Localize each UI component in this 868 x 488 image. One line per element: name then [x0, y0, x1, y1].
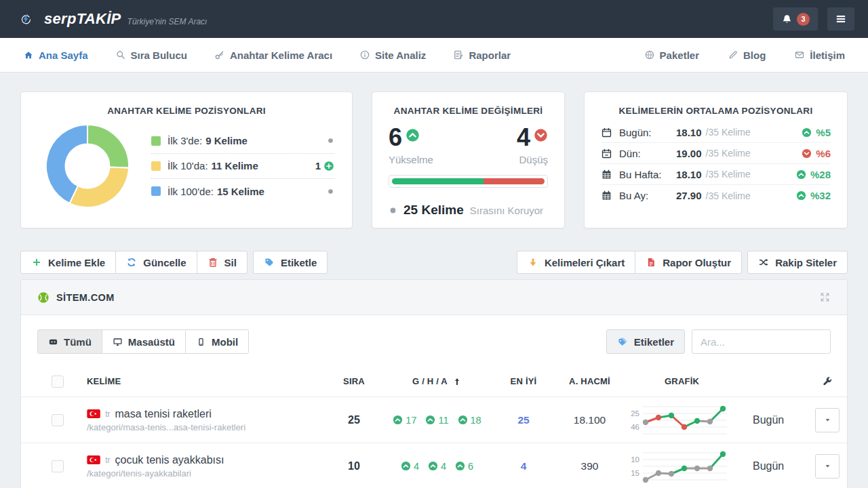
add-keyword-button[interactable]: Kelime Ekle	[20, 251, 116, 274]
rank-sparkline-chart: 2546	[625, 402, 730, 439]
rising-stat: 6	[389, 127, 420, 148]
country-code: tr	[105, 409, 110, 419]
country-code: tr	[105, 455, 110, 465]
brand-tagline: Türkiye'nin SEM Aracı	[127, 17, 208, 26]
rising-label: Yükselme	[389, 154, 433, 165]
key-icon	[214, 49, 225, 60]
row-dropdown-button[interactable]	[815, 454, 840, 479]
keyword-text[interactable]: masa tenisi raketleri	[115, 408, 211, 420]
tag-button[interactable]: Etiketle	[253, 251, 328, 274]
tab-tumu[interactable]: Tümü	[37, 329, 102, 354]
nav-item-ana-sayfa[interactable]: Ana Sayfa	[23, 49, 88, 61]
all-devices-icon	[48, 337, 58, 347]
nav-item-site-analiz[interactable]: Site Analiz	[359, 49, 426, 61]
search-volume: 18.100	[574, 414, 606, 426]
chevron-up-circle-icon	[796, 190, 806, 201]
steady-dot-icon	[327, 137, 334, 144]
phone-icon	[196, 337, 206, 347]
table-header: KELİME SIRA G / H / A EN İYİ A. HACMİ GR…	[21, 366, 847, 397]
chevron-up-circle-icon	[796, 169, 806, 180]
nav-item-blog[interactable]: Blog	[728, 49, 766, 61]
card-title: KELİMELERİN ORTALAMA POZİSYONLARI	[601, 92, 831, 116]
tab-masaustu[interactable]: Masaüstü	[102, 329, 186, 354]
logo-bolt-icon	[14, 7, 38, 31]
tags-icon	[617, 336, 628, 347]
legend-change-value: 1	[315, 160, 321, 171]
avg-row-bu-ay: Bu Ay: 27.90 /35 Kelime %32	[601, 185, 831, 206]
percent-change: %5	[816, 127, 831, 138]
tags-filter-button[interactable]: Etiketler	[606, 329, 685, 354]
flag-tr-icon	[87, 455, 100, 464]
menu-bars-icon	[835, 13, 847, 25]
col-graph: GRAFİK	[625, 376, 747, 386]
plus-icon	[31, 257, 42, 268]
nav-item-raporlar[interactable]: Raporlar	[453, 49, 511, 61]
expand-panel-button[interactable]	[819, 291, 831, 303]
calendar-icon	[601, 190, 612, 201]
keyword-url: /kategori/tenis-ayakkabilari	[87, 468, 327, 479]
chevron-up-circle-icon	[802, 127, 812, 138]
chevron-up-circle-icon	[428, 461, 438, 471]
device-tabs: Tümü Masaüstü Mobil	[37, 329, 249, 354]
notifications-button[interactable]: 3	[773, 7, 818, 30]
update-button[interactable]: Güncelle	[115, 251, 197, 274]
nav-item-sira-bulucu[interactable]: Sıra Bulucu	[115, 49, 187, 61]
package-icon	[644, 49, 655, 60]
gha-cell: 4 4 6	[401, 461, 473, 472]
falling-label: Düşüş	[519, 154, 548, 165]
nav-item-paketler[interactable]: Paketler	[644, 49, 699, 61]
avg-row-bu-hafta: Bu Hafta: 18.10 /35 Kelime %28	[601, 164, 831, 185]
chevron-up-circle-icon	[455, 461, 465, 471]
row-checkbox[interactable]	[52, 414, 64, 426]
search-icon	[115, 49, 126, 60]
period-label: Bugün	[747, 414, 808, 426]
col-volume: A. HACMİ	[569, 376, 610, 386]
tab-mobil[interactable]: Mobil	[185, 329, 249, 354]
table-settings-wrench-icon[interactable]	[822, 376, 833, 387]
create-report-button[interactable]: Rapor Oluştur	[635, 251, 742, 274]
sort-up-icon	[452, 377, 462, 386]
keyword-positions-card: ANAHTAR KELİME POZİSYONLARI İlk 3'de: 9 …	[20, 92, 353, 228]
nav-item-iletisim[interactable]: İletişim	[794, 49, 845, 61]
bell-icon	[781, 14, 793, 25]
falling-stat: 4	[517, 127, 548, 148]
row-dropdown-button[interactable]	[815, 408, 840, 432]
site-favicon-icon	[37, 291, 50, 304]
keyword-changes-card: ANAHTAR KELİME DEĞİŞİMLERİ 6 4 Yükselme …	[372, 92, 565, 228]
legend-swatch	[151, 161, 161, 171]
average-positions-card: KELİMELERİN ORTALAMA POZİSYONLARI Bugün:…	[584, 92, 848, 228]
rank-value: 10	[348, 460, 360, 472]
trash-icon	[208, 257, 218, 268]
steady-dot-icon	[327, 188, 334, 195]
refresh-icon	[126, 257, 137, 268]
shuffle-icon	[758, 257, 769, 268]
calendar-icon	[601, 127, 612, 138]
delete-button[interactable]: Sil	[197, 251, 248, 274]
legend-row-top10: İlk 10'da: 11 Kelime 1	[151, 154, 334, 179]
keyword-url: /kategori/masa-tenis...asa-tenisi-raketl…	[87, 422, 327, 432]
export-keywords-button[interactable]: Kelimeleri Çıkart	[517, 251, 635, 274]
svg-text:10: 10	[631, 455, 639, 464]
table-row: tr çocuk tenis ayakkabısı /kategori/teni…	[21, 443, 847, 488]
search-input[interactable]	[692, 329, 831, 354]
row-checkbox[interactable]	[52, 460, 64, 472]
pencil-icon	[728, 49, 738, 60]
info-icon	[359, 49, 370, 60]
best-rank-value: 25	[517, 414, 529, 426]
avg-row-bugun: Bugün: 18.10 /35 Kelime %5	[601, 122, 831, 143]
keyword-text[interactable]: çocuk tenis ayakkabısı	[115, 454, 224, 466]
chevron-up-circle-icon	[401, 461, 411, 471]
nav-item-anahtar-kelime-araci[interactable]: Anahtar Kelime Aracı	[214, 49, 332, 61]
legend-swatch	[151, 136, 161, 146]
steady-dot-icon	[389, 206, 397, 215]
progress-rising-segment	[392, 178, 484, 184]
steady-row: 25 Kelime Sırasını Koruyor	[389, 203, 548, 218]
select-all-checkbox[interactable]	[52, 375, 64, 388]
menu-button[interactable]	[827, 7, 854, 30]
home-icon	[23, 49, 34, 60]
topbar: serpTAKİP Türkiye'nin SEM Aracı 3	[0, 0, 868, 38]
competitor-sites-button[interactable]: Rakip Siteler	[747, 251, 848, 274]
percent-change: %32	[810, 190, 831, 201]
rank-value: 25	[348, 414, 360, 426]
col-gha-sortable[interactable]: G / H / A	[412, 376, 462, 386]
